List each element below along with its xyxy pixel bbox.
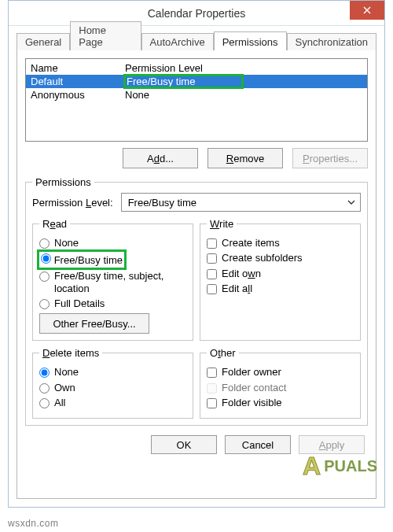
read-none-label: None <box>54 237 186 249</box>
tab-synchronization[interactable]: Synchronization <box>287 33 377 50</box>
write-create-subfolders-label: Create subfolders <box>222 252 354 264</box>
tab-permissions[interactable]: Permissions <box>214 31 287 50</box>
list-cell-perm: Free/Busy time <box>125 76 362 87</box>
titlebar: Calendar Properties <box>9 1 384 26</box>
other-group: Other Folder owner Folder contact Folder… <box>200 347 361 419</box>
list-header: Name Permission Level <box>26 59 367 75</box>
read-freebusy-detail-radio[interactable] <box>39 272 50 282</box>
close-button[interactable] <box>350 1 384 20</box>
other-contact-check <box>207 383 217 393</box>
other-legend: Other <box>207 347 239 359</box>
read-full-radio[interactable] <box>39 299 50 309</box>
delete-legend: Delete items <box>39 347 102 359</box>
list-cell-name: Anonymous <box>31 89 125 101</box>
tab-general[interactable]: General <box>17 33 70 50</box>
close-icon <box>363 6 371 14</box>
combo-value: Free/Busy time <box>128 197 196 209</box>
cancel-button[interactable]: Cancel <box>225 435 291 454</box>
permissions-group: Permissions Permission Level: Free/Busy … <box>25 176 368 426</box>
list-row-default[interactable]: Default Free/Busy time <box>26 75 367 88</box>
chevron-down-icon <box>347 198 355 206</box>
header-permlevel: Permission Level <box>125 62 362 74</box>
delete-none-radio[interactable] <box>39 368 50 378</box>
write-editall-label: Edit all <box>222 283 354 295</box>
write-group: Write Create items Create subfolders Edi… <box>200 218 361 341</box>
read-freebusy-detail-label: Free/Busy time, subject, location <box>54 270 186 296</box>
title-text: Calendar Properties <box>148 7 246 20</box>
delete-all-label: All <box>54 397 186 409</box>
properties-label: Properties... <box>303 153 358 164</box>
dialog-footer: OK Cancel Apply <box>25 429 368 457</box>
read-freebusy-radio[interactable] <box>41 253 51 264</box>
tab-homepage[interactable]: Home Page <box>70 21 141 50</box>
delete-group: Delete items None Own All <box>32 347 193 419</box>
write-create-items-check[interactable] <box>207 238 217 249</box>
tab-autoarchive[interactable]: AutoArchive <box>141 33 214 50</box>
other-visible-check[interactable] <box>207 398 217 408</box>
dialog-body: General Home Page AutoArchive Permission… <box>9 26 384 507</box>
remove-label: Remove <box>226 153 264 164</box>
permission-level-row: Permission Level: Free/Busy time <box>32 193 361 212</box>
read-legend: Read <box>39 218 70 230</box>
do-grid: Delete items None Own All Other Folder o… <box>32 347 361 419</box>
write-editown-check[interactable] <box>207 269 217 279</box>
other-visible-label: Folder visible <box>222 397 354 409</box>
permissions-listbox[interactable]: Name Permission Level Default Free/Busy … <box>25 58 368 142</box>
permissions-legend: Permissions <box>32 176 94 188</box>
other-owner-check[interactable] <box>207 368 217 378</box>
add-button[interactable]: Add... <box>123 148 198 168</box>
properties-button: Properties... <box>292 148 368 168</box>
tabstrip: General Home Page AutoArchive Permission… <box>17 29 376 50</box>
rw-grid: Read None Free/Busy time Free/Busy time,… <box>32 218 361 341</box>
list-cell-perm: None <box>125 89 362 101</box>
remove-button[interactable]: Remove <box>208 148 283 168</box>
delete-own-radio[interactable] <box>39 383 50 393</box>
write-editall-check[interactable] <box>207 284 217 294</box>
delete-none-label: None <box>54 366 186 379</box>
tab-panel-permissions: Name Permission Level Default Free/Busy … <box>17 50 376 499</box>
read-group: Read None Free/Busy time Free/Busy time,… <box>32 218 193 341</box>
ok-button[interactable]: OK <box>151 435 217 454</box>
apply-button: Apply <box>299 435 365 454</box>
write-create-items-label: Create items <box>222 237 354 249</box>
list-row-anonymous[interactable]: Anonymous None <box>26 88 367 102</box>
list-cell-name: Default <box>31 76 125 87</box>
permission-level-label: Permission Level: <box>32 197 113 209</box>
list-buttons-row: Add... Remove Properties... <box>25 148 368 168</box>
read-freebusy-label: Free/Busy time <box>54 254 123 266</box>
watermark-url: wsxdn.com <box>8 518 59 529</box>
other-freebusy-button[interactable]: Other Free/Busy... <box>39 313 149 334</box>
other-contact-label: Folder contact <box>222 382 354 394</box>
write-legend: Write <box>207 218 237 230</box>
read-full-label: Full Details <box>54 297 186 310</box>
read-none-radio[interactable] <box>39 238 50 249</box>
dialog-window: Calendar Properties General Home Page Au… <box>8 0 385 508</box>
other-owner-label: Folder owner <box>222 366 354 379</box>
add-label: Add... <box>147 153 174 164</box>
write-editown-label: Edit own <box>222 268 354 280</box>
delete-all-radio[interactable] <box>39 398 50 408</box>
write-create-subfolders-check[interactable] <box>207 253 217 264</box>
permission-level-combo[interactable]: Free/Busy time <box>121 193 361 212</box>
delete-own-label: Own <box>54 382 186 394</box>
header-name: Name <box>31 62 125 74</box>
